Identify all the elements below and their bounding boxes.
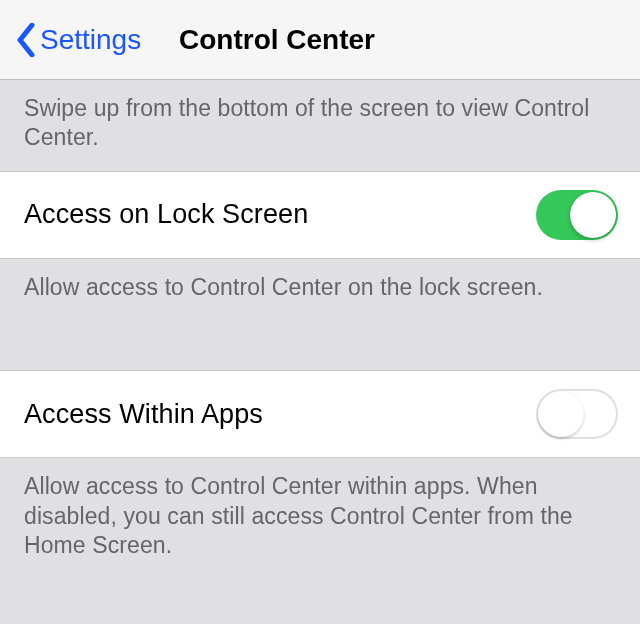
chevron-left-icon — [16, 23, 36, 57]
toggle-access-within-apps[interactable] — [536, 389, 618, 439]
section-gap — [0, 320, 640, 370]
row-label: Access Within Apps — [24, 399, 263, 430]
toggle-knob — [538, 391, 584, 437]
page-title: Control Center — [179, 24, 375, 56]
row-label: Access on Lock Screen — [24, 199, 308, 230]
navbar: Settings Control Center — [0, 0, 640, 80]
row-description-within-apps: Allow access to Control Center within ap… — [0, 458, 640, 578]
intro-description: Swipe up from the bottom of the screen t… — [0, 80, 640, 171]
toggle-knob — [570, 192, 616, 238]
back-label: Settings — [40, 24, 141, 56]
back-button[interactable]: Settings — [10, 23, 141, 57]
row-access-lock-screen: Access on Lock Screen — [0, 171, 640, 259]
row-description-lock-screen: Allow access to Control Center on the lo… — [0, 259, 640, 320]
toggle-access-lock-screen[interactable] — [536, 190, 618, 240]
row-access-within-apps: Access Within Apps — [0, 370, 640, 458]
